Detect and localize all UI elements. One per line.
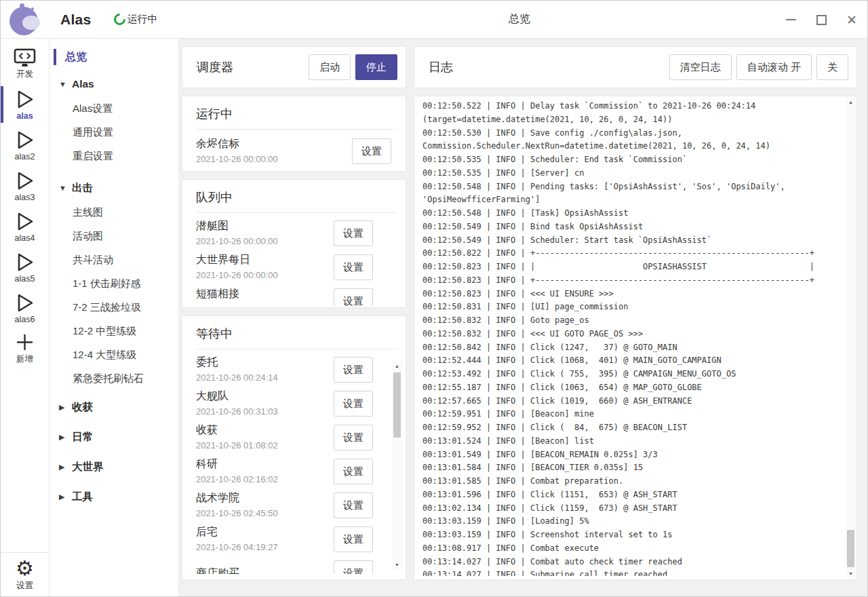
task-setting-button[interactable]: 设置: [334, 288, 373, 306]
sidebar-profile-alas5[interactable]: alas5: [1, 247, 49, 288]
task-name: 大舰队: [196, 388, 334, 404]
waiting-scrollbar[interactable]: ▲ ▼: [392, 361, 402, 570]
log-line: 'OpsiMeowfficerFarming']: [422, 193, 840, 207]
window-controls: ✕: [785, 1, 858, 39]
task-time: 2021-10-26 00:00:00: [196, 268, 334, 283]
log-line: 00:12:50.832 | INFO | <<< UI GOTO PAGE_O…: [422, 328, 840, 341]
scrollbar-thumb[interactable]: [393, 372, 401, 438]
menu-item[interactable]: Alas设置: [50, 97, 178, 121]
scrollbar-thumb[interactable]: [847, 530, 854, 567]
clear-log-button[interactable]: 清空日志: [669, 54, 732, 80]
stop-button[interactable]: 停止: [355, 54, 397, 80]
task-setting-button[interactable]: 设置: [334, 220, 373, 246]
menu-group-收获[interactable]: ▶收获: [50, 392, 178, 422]
task-name: 委托: [196, 354, 334, 370]
sidebar-settings-button[interactable]: ⚙ 设置: [1, 553, 49, 596]
task-row: 科研2021-10-26 02:16:02设置: [196, 455, 381, 488]
scroll-up-icon[interactable]: ▲: [846, 97, 856, 107]
task-setting-button[interactable]: 设置: [334, 526, 373, 552]
log-scrollbar[interactable]: ▲ ▼: [846, 97, 856, 579]
main-content: 调度器 启动 停止 运行中 余烬信标2021-10-26 00:00:00设置 …: [179, 39, 867, 596]
menu-item[interactable]: 共斗活动: [50, 248, 178, 272]
task-row: 大世界每日2021-10-26 00:00:00设置: [196, 250, 381, 284]
task-time: 2021-10-26 01:08:02: [196, 438, 334, 453]
sidebar-profile-alas2[interactable]: alas2: [1, 125, 49, 166]
task-time: 2021-10-26 02:16:02: [196, 472, 334, 487]
menu-group-日常[interactable]: ▶日常: [50, 422, 178, 452]
task-setting-button[interactable]: 设置: [334, 493, 373, 518]
task-setting-button[interactable]: 设置: [334, 560, 373, 574]
task-name: 商店购买: [196, 565, 334, 574]
menu-item[interactable]: 12-2 中型练级: [50, 320, 178, 343]
menu-item[interactable]: 主线图: [50, 201, 178, 225]
menu-item[interactable]: 通用设置: [50, 121, 178, 145]
scroll-down-icon[interactable]: ▼: [846, 569, 856, 579]
divider: [196, 212, 397, 213]
sidebar-profile-alas3[interactable]: alas3: [1, 166, 49, 206]
log-line: Commission.Scheduler.NextRun=datetime.da…: [422, 140, 840, 153]
sidebar-profile-label: 开发: [16, 69, 33, 80]
sidebar-profile-alas4[interactable]: alas4: [1, 206, 49, 247]
scroll-down-icon[interactable]: ▼: [392, 560, 402, 570]
scroll-up-icon[interactable]: ▲: [392, 361, 402, 371]
log-line: 00:12:52.444 | INFO | Click (1068, 401) …: [422, 354, 840, 368]
minimize-button[interactable]: [785, 13, 797, 26]
sidebar-profile-alas6[interactable]: alas6: [1, 288, 49, 328]
task-name: 潜艇图: [196, 218, 334, 234]
menu-group-label: 收获: [72, 400, 93, 415]
task-name: 收获: [196, 422, 334, 438]
menu-group-出击[interactable]: ▼出击: [50, 175, 178, 201]
menu-item[interactable]: 活动图: [50, 225, 178, 248]
task-name: 战术学院: [196, 490, 334, 506]
sidebar-profile-dev[interactable]: 开发: [1, 43, 49, 84]
task-setting-button[interactable]: 设置: [334, 425, 373, 450]
close-button[interactable]: ✕: [846, 13, 858, 26]
running-title: 运行中: [196, 105, 400, 123]
menu-group-label: 日常: [72, 430, 93, 444]
log-line: 00:12:50.548 | INFO | [Task] OpsiAshAssi…: [422, 207, 840, 220]
profile-sidebar: 开发alasalas2alas3alas4alas5alas6新增 ⚙ 设置: [1, 39, 50, 596]
log-line: 00:12:50.832 | INFO | Goto page_os: [422, 314, 840, 328]
task-setting-button[interactable]: 设置: [334, 357, 373, 383]
start-button[interactable]: 启动: [309, 54, 351, 80]
menu-item[interactable]: 1-1 伏击刷好感: [50, 272, 178, 296]
menu-item[interactable]: 12-4 大型练级: [50, 343, 178, 367]
menu-item[interactable]: 重启设置: [50, 145, 178, 168]
sidebar-profile-label: alas5: [15, 274, 35, 284]
menu-group-大世界[interactable]: ▶大世界: [50, 452, 178, 482]
log-line: 00:12:50.842 | INFO | Click (1247, 37) @…: [422, 341, 840, 355]
log-output: 00:12:50.522 | INFO | Delay task `Commis…: [422, 100, 840, 576]
app-window: Alas 运行中 总览 ✕ 开发alasalas2alas3alas4alas5…: [0, 0, 868, 597]
menu-item-overview[interactable]: 总览: [50, 43, 178, 71]
menu-item[interactable]: 紧急委托刷钻石: [50, 367, 178, 391]
log-line: 00:13:14.027 | INFO | Submarine call tim…: [422, 569, 840, 576]
log-line: 00:13:01.549 | INFO | [BEACON_REMAIN 0.0…: [422, 448, 840, 462]
log-line: 00:13:01.596 | INFO | Click (1151, 653) …: [422, 488, 840, 502]
code-monitor-icon: [14, 48, 36, 67]
chevron-right-icon: ▶: [59, 433, 72, 442]
sidebar-profile-add[interactable]: 新增: [1, 328, 49, 369]
log-line: 00:13:03.159 | INFO | Screenshot interva…: [422, 528, 840, 542]
scheduler-column: 调度器 启动 停止 运行中 余烬信标2021-10-26 00:00:00设置 …: [182, 46, 406, 580]
sidebar-profile-alas[interactable]: alas: [1, 84, 49, 125]
log-title: 日志: [429, 59, 453, 75]
task-setting-button[interactable]: 设置: [352, 138, 391, 164]
play-icon: [15, 130, 35, 151]
scroll-off-button[interactable]: 关: [816, 54, 848, 80]
menu-group-Alas[interactable]: ▼Alas: [50, 71, 178, 97]
autoscroll-toggle-button[interactable]: 自动滚动 开: [736, 54, 812, 80]
log-line: 00:12:59.951 | INFO | [Beacon] mine: [422, 408, 840, 421]
sidebar-profile-label: alas: [16, 111, 33, 121]
menu-group-工具[interactable]: ▶工具: [50, 482, 178, 512]
task-setting-button[interactable]: 设置: [334, 391, 373, 417]
log-line: 00:12:50.548 | INFO | Pending tasks: ['O…: [422, 180, 840, 194]
task-setting-button[interactable]: 设置: [334, 459, 373, 484]
log-line: 00:13:01.584 | INFO | [BEACON_TIER 0.035…: [422, 461, 840, 475]
title-bar: Alas 运行中 总览 ✕: [1, 1, 867, 39]
sidebar-profile-label: alas6: [15, 315, 35, 324]
menu-item[interactable]: 7-2 三战捡垃圾: [50, 296, 178, 320]
maximize-button[interactable]: [815, 13, 827, 26]
log-line: 00:12:50.823 | INFO | +-----------------…: [422, 274, 840, 288]
log-line: 00:12:50.823 | INFO | | OPSIASHASSIST |: [422, 261, 840, 274]
task-setting-button[interactable]: 设置: [334, 254, 373, 280]
